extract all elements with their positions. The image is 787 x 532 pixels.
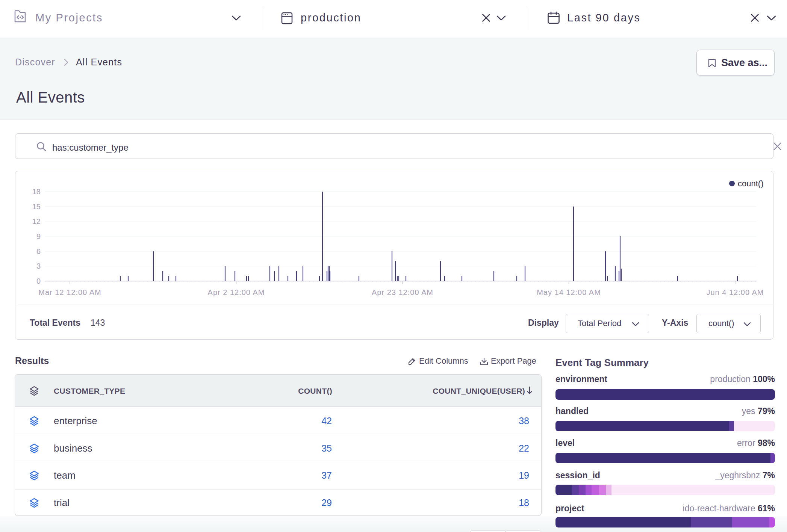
svg-text:12: 12 [32, 217, 41, 225]
svg-text:Mar 12 12:00 AM: Mar 12 12:00 AM [38, 288, 101, 296]
svg-text:9: 9 [36, 232, 41, 240]
svg-text:May 14 12:00 AM: May 14 12:00 AM [537, 288, 601, 296]
svg-text:3: 3 [36, 262, 41, 270]
svg-text:Apr 23 12:00 AM: Apr 23 12:00 AM [372, 288, 433, 296]
svg-text:6: 6 [36, 247, 41, 255]
svg-text:15: 15 [32, 203, 41, 211]
svg-text:0: 0 [36, 277, 41, 285]
svg-text:Apr 2 12:00 AM: Apr 2 12:00 AM [208, 288, 265, 296]
svg-text:Jun 4 12:00 AM: Jun 4 12:00 AM [707, 288, 764, 296]
svg-text:18: 18 [32, 187, 41, 196]
